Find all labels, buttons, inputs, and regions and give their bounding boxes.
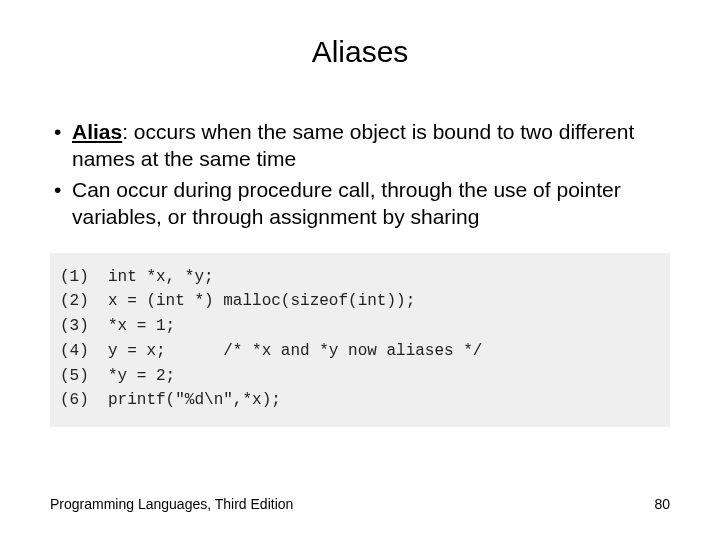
bullet-dot: • <box>50 119 72 173</box>
slide: Aliases • Alias: occurs when the same ob… <box>0 0 720 540</box>
footer: Programming Languages, Third Edition 80 <box>50 496 670 512</box>
code-line: (4) y = x; /* *x and *y now aliases */ <box>60 342 482 360</box>
bullet-text-0: : occurs when the same object is bound t… <box>72 120 634 170</box>
bullet-item: • Can occur during procedure call, throu… <box>50 177 670 231</box>
page-number: 80 <box>654 496 670 512</box>
code-line: (1) int *x, *y; <box>60 268 214 286</box>
footer-left: Programming Languages, Third Edition <box>50 496 293 512</box>
bullet-text-1: Can occur during procedure call, through… <box>72 177 670 231</box>
bullet-dot: • <box>50 177 72 231</box>
bullet-item: • Alias: occurs when the same object is … <box>50 119 670 173</box>
code-line: (2) x = (int *) malloc(sizeof(int)); <box>60 292 415 310</box>
bullet-text: Alias: occurs when the same object is bo… <box>72 119 670 173</box>
code-line: (6) printf("%d\n",*x); <box>60 391 281 409</box>
term-alias: Alias <box>72 120 122 143</box>
code-line: (3) *x = 1; <box>60 317 175 335</box>
bullet-list: • Alias: occurs when the same object is … <box>50 119 670 231</box>
slide-title: Aliases <box>50 35 670 69</box>
code-line: (5) *y = 2; <box>60 367 175 385</box>
code-block: (1) int *x, *y; (2) x = (int *) malloc(s… <box>50 253 670 428</box>
